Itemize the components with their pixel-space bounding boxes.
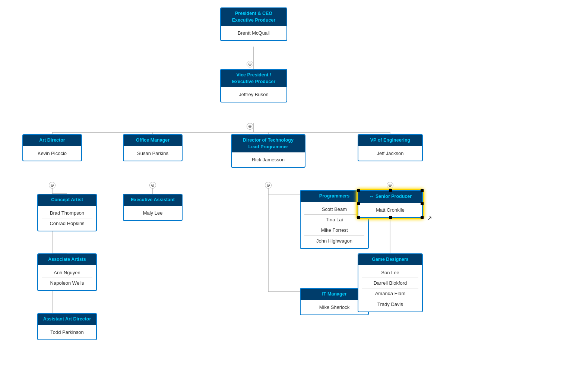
node-art-director-body: Kevin Picocio [23,146,81,161]
node-senior-producer[interactable]: ↔ Senior Producer Matt Cronkile [358,190,423,218]
node-game-designers-body: Son Lee Darrell Blokford Amanda Elam Tra… [358,265,422,312]
node-ceo-body: Brentt McQuall [221,26,286,40]
collapse-office-manager[interactable]: ⊖ [149,182,156,189]
collapse-ceo[interactable]: ⊖ [247,61,253,67]
node-asst-art-director[interactable]: Assistant Art Director Todd Parkinson [37,313,97,340]
node-vp-engineering[interactable]: VP of Engineering Jeff Jackson [358,134,423,161]
node-tech-director-body: Rick Jamesson [232,152,305,167]
move-icon: ↔ [369,193,374,200]
node-asst-art-director-body: Todd Parkinson [38,325,96,339]
node-game-designers-header: Game Designers [358,254,422,265]
node-concept-artist-header: Concept Artist [38,195,96,206]
node-vp-engineering-header: VP of Engineering [358,135,422,146]
senior-producer-title: Senior Producer [376,193,412,200]
node-tech-director[interactable]: Director of Technology Lead Programmer R… [231,134,305,168]
node-exec-assistant-body: Maly Lee [124,206,182,220]
node-tech-director-header: Director of Technology Lead Programmer [232,135,305,152]
node-ceo-header: President & CEO Executive Producer [221,8,286,26]
cursor-icon: ↗ [427,214,432,222]
resize-handle-bl[interactable] [357,216,360,219]
node-concept-artist-body: Brad Thompson Conrad Hopkins [38,206,96,231]
resize-handle-tl[interactable] [357,189,360,192]
node-office-manager[interactable]: Office Manager Susan Parkins [123,134,183,161]
node-vp-body: Jeffrey Buson [221,87,286,102]
node-office-manager-header: Office Manager [124,135,182,146]
node-vp-header: Vice President / Executive Producer [221,70,286,87]
resize-handle-mr[interactable] [421,202,424,205]
node-exec-assistant-header: Executive Assistant [124,195,182,206]
node-asst-art-director-header: Assistant Art Director [38,314,96,325]
collapse-art-director[interactable]: ⊖ [49,182,56,189]
collapse-vp-engineering[interactable]: ⊖ [387,182,393,189]
node-vp-engineering-body: Jeff Jackson [358,146,422,161]
node-senior-producer-header: ↔ Senior Producer [358,191,422,203]
node-art-director-header: Art Director [23,135,81,146]
node-assoc-artists-body: Anh Nguyen Napoleon Wells [38,265,96,291]
node-ceo[interactable]: President & CEO Executive Producer Brent… [220,7,287,41]
node-art-director[interactable]: Art Director Kevin Picocio [22,134,82,161]
collapse-tech-director[interactable]: ⊖ [265,182,272,189]
org-chart: President & CEO Executive Producer Brent… [0,0,567,392]
resize-handle-ml[interactable] [357,202,360,205]
collapse-vp[interactable]: ⊖ [247,123,253,130]
resize-handle-tr[interactable] [421,189,424,192]
node-exec-assistant[interactable]: Executive Assistant Maly Lee [123,194,183,221]
node-vp[interactable]: Vice President / Executive Producer Jeff… [220,69,287,102]
resize-handle-br[interactable] [421,216,424,219]
node-assoc-artists[interactable]: Associate Artists Anh Nguyen Napoleon We… [37,253,97,291]
node-game-designers[interactable]: Game Designers Son Lee Darrell Blokford … [358,253,423,312]
node-concept-artist[interactable]: Concept Artist Brad Thompson Conrad Hopk… [37,194,97,231]
node-senior-producer-body: Matt Cronkile [358,203,422,217]
node-office-manager-body: Susan Parkins [124,146,182,161]
resize-handle-bc[interactable] [389,216,392,219]
resize-handle-tc[interactable] [389,189,392,192]
node-assoc-artists-header: Associate Artists [38,254,96,265]
